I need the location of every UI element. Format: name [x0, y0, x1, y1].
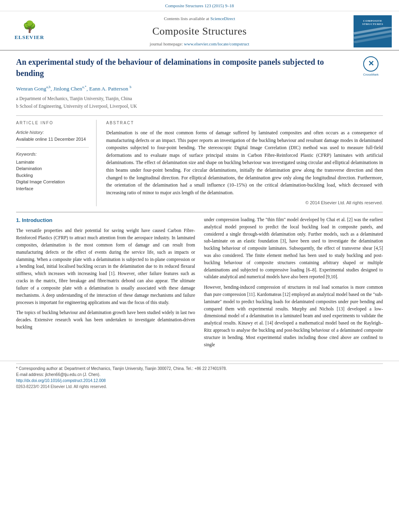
author3-name: Eann A. Patterson — [89, 85, 128, 91]
logo-stripes — [354, 27, 392, 43]
author3-sup: b — [130, 85, 132, 89]
author1-sup: a,b — [46, 85, 51, 89]
article-info-label: ARTICLE INFO — [16, 120, 89, 126]
email-note: E-mail address: jlchen66@tju.edu.cn (J. … — [16, 372, 383, 378]
keyword-1: Laminate — [16, 159, 89, 166]
abstract-panel: ABSTRACT Delamination is one of the most… — [106, 120, 383, 206]
body-divider — [16, 212, 383, 212]
author1-name: Wenran Gong — [16, 85, 46, 91]
header-section: 🌳 ELSEVIER Contents lists available at S… — [0, 11, 399, 51]
affiliation-b: b School of Engineering, University of L… — [16, 103, 383, 110]
header-right: COMPOSITESTRUCTURES — [348, 15, 392, 47]
composite-structures-logo: COMPOSITESTRUCTURES — [354, 15, 392, 47]
footer-divider — [16, 364, 383, 364]
homepage-url[interactable]: www.elsevier.com/locate/compstruct — [184, 41, 249, 46]
abstract-label: ABSTRACT — [106, 120, 383, 126]
sciencedirect-link[interactable]: ScienceDirect — [210, 16, 235, 21]
elsevier-brand-text: ELSEVIER — [14, 33, 44, 41]
footer-section: * Corresponding author at: Department of… — [0, 361, 399, 390]
section1-heading: 1. Introduction — [16, 216, 195, 224]
logo-text: COMPOSITESTRUCTURES — [362, 19, 383, 26]
history-label: Article history: — [16, 129, 89, 136]
section1-col2-p1: under compression loading. The "thin fil… — [204, 216, 383, 281]
info-divider — [16, 147, 89, 148]
keyword-5: Interface — [16, 185, 89, 192]
article-history-group: Article history: Available online 11 Dec… — [16, 129, 89, 142]
body-two-col: 1. Introduction The versatile properties… — [16, 216, 383, 352]
author2-name: Jinlong Chen — [53, 85, 82, 91]
journal-homepage: journal homepage: www.elsevier.com/locat… — [60, 41, 339, 47]
keyword-3: Buckling — [16, 172, 89, 179]
elsevier-logo: 🌳 ELSEVIER — [7, 21, 51, 41]
crossmark-label: CrossMark — [359, 72, 383, 77]
keyword-4: Digital Image Correlation — [16, 179, 89, 185]
affiliation-a: a Department of Mechanics, Tianjin Unive… — [16, 95, 383, 102]
contents-availability-text: Contents lists available at ScienceDirec… — [60, 15, 339, 22]
crossmark-icon: ✕ — [363, 56, 378, 72]
paper-title: An experimental study of the behaviour o… — [16, 56, 383, 79]
available-online-value: Available online 11 December 2014 — [16, 136, 89, 143]
authors-line: Wenran Gonga,b, Jinlong Chena,*, Eann A.… — [16, 84, 383, 93]
affiliations: a Department of Mechanics, Tianjin Unive… — [16, 95, 383, 110]
crossmark-widget[interactable]: ✕ CrossMark — [359, 56, 383, 77]
section-divider — [16, 115, 383, 116]
section1-col1-p2: The topics of buckling behaviour and del… — [16, 309, 195, 331]
section1-col2-p2: However, bending-induced compression of … — [204, 284, 383, 348]
doi-link[interactable]: http://dx.doi.org/10.1016/j.compstruct.2… — [16, 378, 383, 384]
body-col-left: 1. Introduction The versatile properties… — [16, 216, 195, 352]
journal-title: Composite Structures — [60, 23, 339, 39]
issn-copyright: 0263-8223/© 2014 Elsevier Ltd. All right… — [16, 384, 383, 390]
keyword-2: Delamination — [16, 165, 89, 172]
journal-ref-bar: Composite Structures 123 (2015) 9–18 — [0, 0, 399, 11]
header-center: Contents lists available at ScienceDirec… — [51, 15, 348, 47]
body-col-right: under compression loading. The "thin fil… — [204, 216, 383, 352]
article-info-panel: ARTICLE INFO Article history: Available … — [16, 120, 97, 206]
author2-sup: a,* — [82, 85, 86, 89]
corresponding-note: * Corresponding author at: Department of… — [16, 366, 383, 372]
elsevier-tree-icon: 🌳 — [23, 21, 37, 33]
keywords-label: Keywords: — [16, 151, 89, 158]
page: Composite Structures 123 (2015) 9–18 🌳 E… — [0, 0, 399, 390]
article-abstract-section: ARTICLE INFO Article history: Available … — [16, 120, 383, 206]
section1-col1-p1: The versatile properties and their poten… — [16, 227, 195, 306]
keywords-group: Keywords: Laminate Delamination Buckling… — [16, 151, 89, 192]
journal-ref-text: Composite Structures 123 (2015) 9–18 — [165, 3, 234, 8]
main-content: An experimental study of the behaviour o… — [0, 51, 399, 357]
abstract-copyright: © 2014 Elsevier Ltd. All rights reserved… — [106, 199, 383, 206]
abstract-text: Delamination is one of the most common f… — [106, 129, 383, 196]
